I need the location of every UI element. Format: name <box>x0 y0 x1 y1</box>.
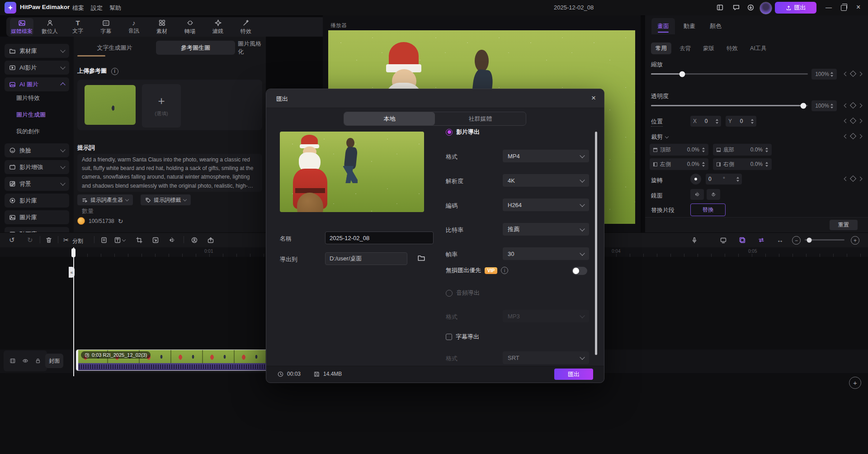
sidebar-item-my-creations[interactable]: 我的創作 <box>16 128 40 136</box>
sidebar-item-video-library[interactable]: 影片庫 <box>5 194 69 208</box>
opacity-slider[interactable] <box>651 105 808 106</box>
tab-reference-to-image[interactable]: 參考圖生圖 <box>156 41 235 55</box>
subtab-common[interactable]: 常用 <box>651 43 671 54</box>
timeline-zoom-slider[interactable] <box>805 239 844 241</box>
close-window-button[interactable]: × <box>856 4 860 11</box>
voiceover-icon[interactable] <box>720 236 727 244</box>
subtitle-export-checkbox[interactable] <box>446 334 452 340</box>
format-dropdown[interactable]: MP4 <box>503 150 589 162</box>
sidebar-item-image-effects[interactable]: 圖片特效 <box>16 94 40 102</box>
zoom-in-icon[interactable]: + <box>851 236 859 245</box>
tab-transitions[interactable]: 轉場 <box>178 18 202 36</box>
avatar-tool-icon[interactable] <box>191 236 198 244</box>
opacity-value[interactable]: 100% <box>811 100 837 111</box>
tab-image-stylize[interactable]: 圖片風格化 <box>238 41 266 55</box>
name-input[interactable] <box>325 232 434 244</box>
export-button[interactable]: 匯出 <box>775 2 816 14</box>
user-avatar[interactable] <box>760 2 772 14</box>
sidebar-item-image-to-image[interactable]: 圖片生成圖 <box>16 111 46 119</box>
tab-text-to-image[interactable]: 文字生成圖片 <box>77 41 152 55</box>
subtab-ai-tools[interactable]: AI工具 <box>745 43 771 54</box>
subtab-mask[interactable]: 蒙版 <box>698 43 719 54</box>
reference-image-thumbnail[interactable] <box>85 85 136 125</box>
tab-picture[interactable]: 畫面 <box>651 18 675 34</box>
tab-effects[interactable]: 特效 <box>234 18 258 36</box>
scale-slider[interactable] <box>651 73 808 75</box>
encoder-dropdown[interactable]: H264 <box>503 199 589 211</box>
browse-folder-icon[interactable] <box>417 254 425 262</box>
timeline-add-button[interactable]: + <box>849 377 861 389</box>
dialog-scrollbar[interactable] <box>595 132 597 355</box>
film-track-icon[interactable] <box>9 358 16 364</box>
sidebar-item-image-library[interactable]: 圖片庫 <box>5 210 69 224</box>
split-scissors-icon[interactable]: ✂ <box>63 236 69 243</box>
tab-filters[interactable]: 濾鏡 <box>206 18 230 36</box>
layout-icon[interactable] <box>716 4 724 11</box>
text-tool-icon[interactable] <box>114 236 125 244</box>
scale-slider-knob[interactable] <box>679 71 685 77</box>
lock-icon[interactable] <box>35 358 41 364</box>
opacity-keyframe-controls[interactable] <box>844 103 862 108</box>
tab-digital-human[interactable]: 數位人 <box>38 18 61 36</box>
subtitle-export-option[interactable]: 字幕導出 <box>446 333 479 341</box>
scale-keyframe-controls[interactable] <box>844 71 862 76</box>
bitrate-dropdown[interactable]: 推薦 <box>503 223 589 236</box>
subtab-effects[interactable]: 特效 <box>722 43 742 54</box>
sidebar-item-background[interactable]: 背景 <box>5 177 69 191</box>
crop-top-field[interactable]: 頂部 0.0% <box>650 144 708 156</box>
playhead-grip[interactable] <box>71 248 75 257</box>
flip-horizontal-button[interactable] <box>690 189 704 200</box>
fit-timeline-icon[interactable]: ↔ <box>777 236 783 243</box>
playhead[interactable] <box>73 247 74 376</box>
maximize-button[interactable] <box>841 5 847 11</box>
zoom-out-icon[interactable]: − <box>792 236 801 245</box>
layers-tool-icon[interactable] <box>739 236 746 244</box>
sidebar-item-gif-library[interactable]: GIF 動圖庫 <box>5 227 69 232</box>
add-reference-button[interactable]: + (選填) <box>142 84 181 128</box>
delete-icon[interactable] <box>45 236 52 244</box>
video-export-radio[interactable] <box>446 129 453 136</box>
record-mic-icon[interactable] <box>691 236 698 244</box>
clip-trim-handle[interactable] <box>76 350 78 370</box>
subtitle-format-dropdown[interactable]: SRT <box>503 351 589 364</box>
link-tracks-icon[interactable] <box>758 236 765 244</box>
menu-settings[interactable]: 設定 <box>91 4 103 12</box>
path-input[interactable] <box>325 252 407 265</box>
sidebar-item-ai-image[interactable]: AI 圖片 <box>5 77 69 91</box>
undo-icon[interactable]: ↺ <box>9 236 15 243</box>
flip-vertical-button[interactable] <box>707 189 720 200</box>
minimize-button[interactable]: — <box>826 4 832 11</box>
dialog-export-button[interactable]: 匯出 <box>554 369 593 380</box>
position-keyframe-controls[interactable] <box>844 118 862 123</box>
crop-keyframe-controls[interactable] <box>844 134 862 138</box>
prompt-generator-button[interactable]: 提示詞產生器 <box>77 194 133 205</box>
prompt-textarea[interactable]: Add a friendly, warm Santa Claus into th… <box>77 154 262 192</box>
subtab-remove-bg[interactable]: 去背 <box>675 43 695 54</box>
video-export-option[interactable]: 影片導出 <box>446 128 480 136</box>
resolution-dropdown[interactable]: 4K <box>503 174 589 187</box>
dialog-close-icon[interactable]: × <box>591 94 596 103</box>
sidebar-item-face-swap[interactable]: 換臉 <box>5 143 69 157</box>
scale-value[interactable]: 100% <box>811 69 837 80</box>
opacity-slider-knob[interactable] <box>800 103 806 109</box>
tab-media-files[interactable]: 媒體檔案 <box>10 18 33 36</box>
download-icon[interactable] <box>747 4 755 11</box>
refresh-icon[interactable]: ↻ <box>118 218 123 224</box>
tab-social-media[interactable]: 社群媒體 <box>435 112 526 125</box>
tab-audio[interactable]: ♪ 音訊 <box>122 18 146 36</box>
replace-button[interactable]: 替換 <box>690 203 726 216</box>
tab-assets[interactable]: 素材 <box>150 18 174 36</box>
crop-right-field[interactable]: 右側 0.0% <box>713 158 772 170</box>
position-x-field[interactable]: X0 <box>690 116 721 127</box>
rotate-value-field[interactable]: 0° <box>706 174 742 184</box>
crop-tool-icon[interactable] <box>136 236 143 244</box>
crop-bottom-field[interactable]: 底部 0.0% <box>713 144 772 156</box>
lossless-toggle[interactable] <box>572 267 587 275</box>
position-y-field[interactable]: Y0 <box>726 116 756 127</box>
audio-export-option[interactable]: 音頻導出 <box>446 289 480 297</box>
resize-tool-icon[interactable] <box>152 236 159 244</box>
crop-left-field[interactable]: 左側 0.0% <box>650 158 708 170</box>
tab-animation[interactable]: 動畫 <box>678 18 701 34</box>
mirror-tool-icon[interactable] <box>168 236 175 244</box>
prompt-tags-button[interactable]: 提示詞標籤 <box>141 194 191 205</box>
